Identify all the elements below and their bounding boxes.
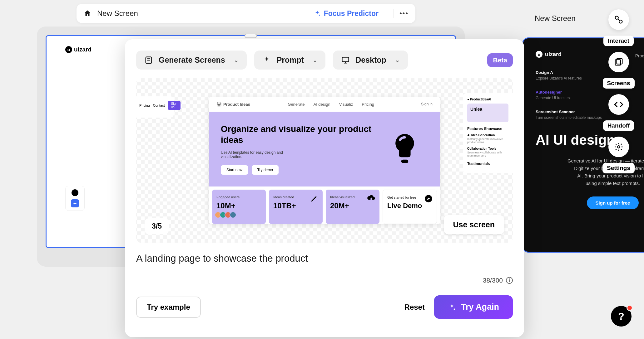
preview-slide-next[interactable]: ● ProductIdeaAI Unlea Features Showcase … bbox=[463, 93, 513, 173]
canvas-logo-text: uizard bbox=[74, 46, 92, 53]
desktop-icon bbox=[341, 56, 350, 65]
mock-hero: Organize and visualize your product idea… bbox=[209, 112, 440, 186]
divider bbox=[394, 9, 394, 18]
right-screen-title: New Screen bbox=[535, 14, 576, 23]
mock-stats: Engaged users10M+ Ideas created10TB+ Ide… bbox=[209, 186, 440, 224]
info-icon[interactable]: i bbox=[506, 277, 513, 284]
try-example-button[interactable]: Try example bbox=[136, 297, 201, 318]
svg-point-0 bbox=[319, 15, 320, 16]
chevron-down-icon: ⌄ bbox=[234, 57, 239, 64]
svg-point-2 bbox=[619, 20, 622, 23]
lightbulb-icon bbox=[391, 130, 419, 168]
mock-demo-button: Try demo bbox=[252, 165, 279, 175]
ai-panel-actions: Try example Reset Try Again bbox=[136, 295, 513, 319]
preview-carousel[interactable]: 3/5 Use screen Pricing Contact Sign up 🐼… bbox=[136, 78, 513, 243]
uizard-logo-icon: u bbox=[65, 46, 72, 53]
wireframe-thumb[interactable] bbox=[72, 189, 78, 196]
rs-signup-button[interactable]: Sign up for free bbox=[587, 196, 639, 209]
mock-brand: 🐼 Product Ideas bbox=[216, 102, 250, 107]
device-dropdown[interactable]: Desktop ⌄ bbox=[333, 51, 408, 70]
try-again-button[interactable]: Try Again bbox=[434, 295, 513, 319]
mock-start-button: Start now bbox=[221, 165, 248, 175]
slide-counter: 3/5 bbox=[145, 218, 169, 234]
ai-panel-controls: Generate Screens ⌄ Prompt ⌄ Desktop ⌄ Be… bbox=[136, 51, 513, 70]
svg-point-5 bbox=[617, 146, 620, 148]
pen-icon bbox=[310, 194, 319, 203]
svg-point-1 bbox=[615, 16, 618, 19]
preview-slide-current[interactable]: 🐼 Product Ideas Generate AI design Visua… bbox=[209, 97, 440, 224]
screens-icon bbox=[144, 56, 153, 65]
preview-slide-prev[interactable]: Pricing Contact Sign up bbox=[136, 96, 174, 118]
source-dropdown[interactable]: Prompt ⌄ bbox=[254, 51, 326, 70]
topbar: New Screen Focus Predictor ••• bbox=[77, 4, 415, 23]
rs-nav-item[interactable]: Product bbox=[635, 53, 644, 58]
resize-handle-top[interactable] bbox=[245, 34, 257, 38]
svg-point-14 bbox=[453, 308, 455, 310]
code-icon bbox=[614, 100, 623, 109]
sparkle-icon bbox=[448, 303, 456, 311]
prompt-input[interactable]: A landing page to showcase the product bbox=[136, 253, 513, 264]
chevron-down-icon: ⌄ bbox=[395, 57, 400, 64]
chevron-down-icon: ⌄ bbox=[313, 57, 317, 64]
beta-badge: Beta bbox=[487, 53, 513, 67]
add-element-button[interactable]: + bbox=[71, 199, 79, 207]
handoff-button[interactable] bbox=[608, 94, 629, 115]
focus-predictor-button[interactable]: Focus Predictor bbox=[314, 9, 379, 18]
sparkle-icon bbox=[262, 56, 271, 65]
settings-label: Settings bbox=[602, 163, 635, 173]
screens-label: Screens bbox=[603, 78, 635, 89]
handoff-label: Handoff bbox=[603, 120, 634, 131]
char-counter: 38/300 i bbox=[136, 277, 513, 284]
interact-button[interactable] bbox=[608, 9, 629, 30]
cloud-download-icon bbox=[367, 194, 376, 203]
interact-icon bbox=[614, 15, 623, 24]
uizard-logo-icon: u bbox=[536, 51, 542, 58]
notification-dot bbox=[627, 305, 633, 311]
use-screen-button[interactable]: Use screen bbox=[444, 215, 504, 234]
interact-label: Interact bbox=[603, 36, 634, 46]
screens-icon bbox=[614, 57, 623, 67]
mode-toolbar: Interact Screens Handoff Settings bbox=[602, 9, 635, 173]
ai-generator-panel: Generate Screens ⌄ Prompt ⌄ Desktop ⌄ Be… bbox=[125, 39, 524, 337]
settings-button[interactable] bbox=[608, 137, 629, 157]
mode-dropdown[interactable]: Generate Screens ⌄ bbox=[136, 51, 247, 70]
rs-nav: Product AI Templates bbox=[635, 53, 644, 58]
svg-rect-9 bbox=[342, 57, 349, 61]
screen-title: New Screen bbox=[97, 9, 314, 18]
focus-predictor-label: Focus Predictor bbox=[324, 9, 379, 18]
home-icon[interactable] bbox=[83, 9, 92, 17]
gear-icon bbox=[614, 142, 623, 152]
more-icon[interactable]: ••• bbox=[399, 9, 409, 17]
reset-button[interactable]: Reset bbox=[404, 303, 425, 312]
svg-rect-12 bbox=[401, 159, 408, 163]
compass-icon bbox=[424, 194, 433, 203]
help-button[interactable]: ? bbox=[611, 306, 632, 327]
wireframe-panel: + bbox=[65, 186, 85, 211]
screens-button[interactable] bbox=[608, 52, 629, 72]
mock-navbar: 🐼 Product Ideas Generate AI design Visua… bbox=[209, 97, 440, 112]
sparkle-icon bbox=[314, 10, 321, 17]
canvas-logo: u uizard bbox=[65, 46, 92, 53]
